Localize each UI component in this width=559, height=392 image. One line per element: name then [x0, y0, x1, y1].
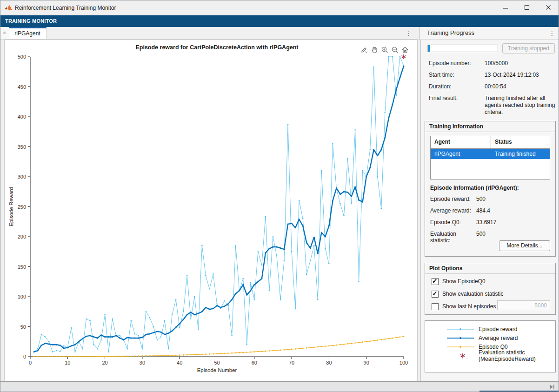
- last-n-episodes-input[interactable]: [497, 300, 550, 310]
- show-episodeq0-label: Show EpisodeQ0: [442, 278, 486, 285]
- agent-column-header: Agent: [431, 136, 491, 148]
- status-cell: Training finished: [491, 149, 536, 159]
- evaluation-statistic-value: 500: [476, 231, 486, 244]
- training-information-title: Training Information: [425, 121, 555, 132]
- tab-drag-handle-icon[interactable]: ≡: [0, 27, 9, 39]
- episode-reward-label: Episode reward:: [430, 196, 476, 202]
- evaluation-statistic-label: Evaluation statistic:: [430, 231, 476, 244]
- svg-text:Episode Reward: Episode Reward: [8, 187, 14, 226]
- svg-text:60: 60: [252, 360, 257, 365]
- svg-text:40: 40: [177, 360, 182, 365]
- average-reward-label: Average reward:: [430, 207, 476, 214]
- episode-number-row: Episode number: 100/5000: [429, 60, 555, 66]
- evaluation-statistic-row: Evaluation statistic: 500: [430, 231, 486, 244]
- svg-text:250: 250: [18, 204, 26, 210]
- document-tab-bar: ≡ rlPGAgent ⋮: [0, 27, 420, 40]
- plot-options-title: Plot Options: [425, 263, 555, 274]
- svg-text:50: 50: [20, 324, 26, 330]
- final-result-row: Final result: Training finished after al…: [429, 95, 555, 116]
- window-title: Reinforcement Learning Training Monitor: [15, 0, 116, 15]
- close-button[interactable]: [540, 0, 556, 14]
- legend-item: Average reward: [446, 334, 518, 342]
- agent-cell: rlPGAgent: [431, 149, 491, 159]
- svg-text:150: 150: [18, 264, 26, 270]
- final-result-label: Final result:: [429, 95, 485, 116]
- show-episodeq0-option: Show EpisodeQ0: [432, 278, 486, 285]
- final-result-value: Training finished after all agents reach…: [485, 95, 555, 116]
- chart-legend: Episode rewardAverage rewardEpisode Q0Ev…: [425, 320, 556, 372]
- duration-row: Duration: 00:00:54: [429, 83, 555, 90]
- panel-overflow-menu-icon[interactable]: ⋮: [547, 27, 557, 39]
- svg-text:100: 100: [18, 294, 26, 299]
- svg-text:Episode Number: Episode Number: [197, 367, 237, 373]
- svg-text:20: 20: [102, 360, 107, 365]
- export-icon[interactable]: [359, 45, 368, 54]
- table-row[interactable]: rlPGAgent Training finished: [431, 149, 550, 159]
- line-sample-icon: [446, 334, 475, 342]
- svg-text:80: 80: [326, 360, 332, 365]
- zoom-in-icon[interactable]: [380, 45, 389, 54]
- plot-option-2-checkbox[interactable]: [432, 303, 439, 310]
- training-progress-header: Training Progress ⋮: [420, 27, 559, 40]
- episode-q0-label: Episode Q0:: [430, 219, 476, 226]
- app-window: Reinforcement Learning Training Monitor …: [0, 0, 559, 392]
- training-progress-bar: [427, 45, 498, 52]
- horizontal-scrollbar[interactable]: [0, 381, 559, 392]
- svg-text:0: 0: [29, 360, 32, 365]
- training-information-group: Training Information Agent Status rlPGAg…: [425, 121, 556, 257]
- line-sample-icon: [446, 326, 475, 333]
- svg-text:70: 70: [289, 360, 294, 365]
- titlebar: Reinforcement Learning Training Monitor: [0, 0, 559, 15]
- svg-text:30: 30: [140, 360, 145, 365]
- training-progress-panel: Training stopped Episode number: 100/500…: [420, 40, 559, 381]
- episode-reward-value: 500: [476, 196, 486, 202]
- training-chart-panel: 0501001502002503003504004505000102030405…: [4, 40, 418, 381]
- home-icon[interactable]: [400, 45, 409, 54]
- ribbon: TRAINING MONITOR: [0, 15, 559, 27]
- maximize-button[interactable]: [519, 0, 535, 14]
- duration-value: 00:00:54: [485, 83, 555, 90]
- show-evaluation-statistic-option: Show evaluation statistic: [432, 290, 503, 298]
- agent-table-header: Agent Status: [431, 136, 550, 149]
- start-time-value: 13-Oct-2024 19:12:03: [485, 72, 555, 78]
- episode-reward-row: Episode reward: 500: [430, 196, 486, 202]
- average-reward-value: 484.4: [476, 207, 490, 214]
- episode-reward-chart: 0501001502002503003504004505000102030405…: [5, 40, 417, 381]
- zoom-out-icon[interactable]: [390, 45, 399, 54]
- axes-toolbar: [359, 45, 409, 54]
- minimize-button[interactable]: [498, 0, 513, 14]
- plot-options-group: Plot Options Show EpisodeQ0 Show evaluat…: [425, 263, 556, 315]
- plot-option-0-checkbox[interactable]: [432, 278, 439, 285]
- ribbon-tab-training-monitor[interactable]: TRAINING MONITOR: [5, 18, 57, 24]
- svg-text:50: 50: [214, 360, 220, 365]
- start-time-row: Start time: 13-Oct-2024 19:12:03: [429, 72, 555, 78]
- svg-text:Episode reward for CartPoleDis: Episode reward for CartPoleDiscreteActio…: [135, 44, 299, 51]
- svg-text:100: 100: [399, 360, 408, 365]
- more-details-button[interactable]: More Details...: [499, 240, 550, 251]
- legend-item-label: Evaluation statistic(MeanEpisodeReward): [479, 349, 536, 362]
- show-evaluation-statistic-label: Show evaluation statistic: [442, 291, 503, 297]
- svg-text:90: 90: [364, 360, 369, 365]
- episode-q0-row: Episode Q0: 33.6917: [430, 219, 496, 226]
- tab-rlpgagent[interactable]: rlPGAgent: [9, 27, 47, 39]
- matlab-logo-icon: [5, 4, 13, 12]
- episode-number-value: 100/5000: [485, 60, 555, 66]
- training-progress-bar-fill: [428, 45, 430, 52]
- svg-text:10: 10: [65, 360, 70, 365]
- pan-icon[interactable]: [370, 45, 379, 54]
- show-last-n-episodes-label: Show last N episodes: [442, 303, 496, 310]
- episode-information-title: Episode Information (rlPGAgent):: [430, 185, 519, 191]
- training-stopped-button[interactable]: Training stopped: [502, 43, 555, 53]
- start-time-label: Start time:: [429, 72, 485, 78]
- svg-text:0: 0: [23, 354, 26, 359]
- duration-label: Duration:: [429, 83, 485, 90]
- plot-option-1-checkbox[interactable]: [432, 291, 439, 298]
- episode-q0-value: 33.6917: [476, 219, 496, 226]
- expand-right-icon[interactable]: [550, 384, 555, 390]
- svg-text:400: 400: [18, 114, 26, 120]
- tab-overflow-menu-icon[interactable]: ⋮: [404, 27, 413, 39]
- svg-text:500: 500: [18, 54, 26, 60]
- legend-item-label: Average reward: [479, 335, 518, 341]
- agent-status-table: Agent Status rlPGAgent Training finished: [430, 136, 550, 179]
- episode-number-label: Episode number:: [429, 60, 485, 66]
